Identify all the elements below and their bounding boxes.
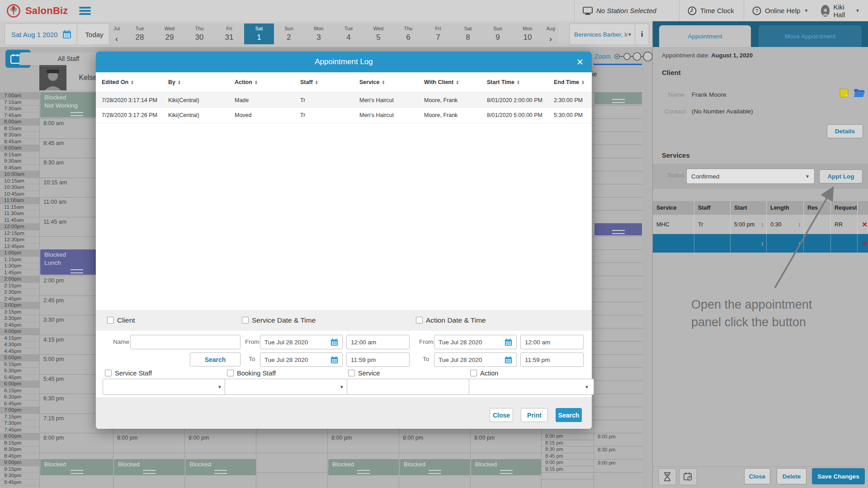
sort-icon[interactable]: ▲▼ bbox=[178, 80, 181, 84]
client-name-input[interactable] bbox=[130, 335, 241, 349]
close-button[interactable]: Close bbox=[744, 468, 770, 484]
time-slot-label[interactable]: 7:15 pm bbox=[43, 415, 64, 422]
time-slot-label[interactable]: 8:30 pm bbox=[545, 446, 563, 452]
sort-header-by[interactable]: By▲▼ bbox=[168, 72, 181, 92]
online-help-menu[interactable]: ? Online Help ▼ bbox=[744, 0, 816, 21]
appt-log-button[interactable]: Appt Log bbox=[819, 169, 863, 183]
delete-service-cell[interactable]: ✕ bbox=[858, 215, 868, 234]
action-to-time-input[interactable]: 11:59 pm bbox=[520, 352, 584, 367]
calendar-icon[interactable] bbox=[330, 338, 338, 346]
blocked-time-block[interactable]: Blocked bbox=[40, 459, 113, 475]
blocked-time-block[interactable] bbox=[594, 223, 642, 235]
day-cell[interactable]: Wed5 bbox=[363, 23, 393, 44]
time-slot-label[interactable]: 8:30 pm bbox=[598, 447, 616, 452]
day-cell[interactable]: Thu30 bbox=[184, 23, 214, 44]
sort-header-staff[interactable]: Staff▲▼ bbox=[300, 72, 318, 92]
day-cell[interactable]: Fri31 bbox=[214, 23, 244, 44]
note-icon[interactable] bbox=[839, 88, 849, 98]
time-clock-button[interactable]: Time Clock bbox=[679, 0, 742, 21]
modal-close-button[interactable]: Close bbox=[490, 408, 513, 422]
open-folder-icon[interactable] bbox=[854, 88, 865, 98]
stepper-icon[interactable]: ↕ bbox=[761, 221, 764, 228]
status-select[interactable]: Confirmed ▼ bbox=[686, 169, 815, 184]
client-search-button[interactable]: Search bbox=[190, 352, 241, 366]
today-button[interactable]: Today bbox=[77, 24, 112, 45]
action-checkbox[interactable]: Action bbox=[470, 369, 498, 377]
user-menu[interactable]: Kiki Hall ▼ bbox=[813, 0, 868, 21]
blocked-time-block[interactable]: Blocked bbox=[185, 459, 256, 475]
service-to-date-input[interactable]: Tue Jul 28 2020 bbox=[260, 352, 343, 367]
sort-icon[interactable]: ▲▼ bbox=[517, 80, 520, 84]
delete-x-icon[interactable]: ✕ bbox=[862, 239, 868, 248]
save-changes-button[interactable]: Save Changes bbox=[812, 468, 865, 484]
blocked-time-block[interactable]: Blocked bbox=[328, 459, 399, 475]
sort-icon[interactable]: ▲▼ bbox=[315, 80, 318, 84]
booking-staff-dropdown[interactable]: ▼ bbox=[225, 379, 349, 395]
time-slot-label[interactable]: 5:00 pm bbox=[43, 356, 64, 362]
drag-grip-icon[interactable] bbox=[143, 470, 156, 474]
service-staff-checkbox[interactable]: Service Staff bbox=[105, 369, 152, 377]
info-button[interactable]: i bbox=[635, 23, 649, 45]
drag-grip-icon[interactable] bbox=[71, 112, 83, 116]
time-slot-label[interactable]: 11:45 am bbox=[43, 219, 66, 225]
sort-header-edited-on[interactable]: Edited On▲▼ bbox=[102, 72, 134, 92]
service-datetime-checkbox[interactable]: Service Date & Time bbox=[242, 316, 316, 324]
time-slot-label[interactable]: 10:15 am bbox=[43, 179, 67, 186]
day-cell[interactable]: Mon10 bbox=[513, 23, 542, 44]
selected-cell[interactable]: ↕ bbox=[731, 234, 767, 253]
prev-month-nav[interactable]: Jul ‹ bbox=[108, 23, 125, 44]
calendar-icon[interactable] bbox=[505, 356, 512, 364]
service-from-time-input[interactable]: 12:00 am bbox=[346, 335, 410, 349]
time-slot-label[interactable]: 8:45 pm bbox=[545, 453, 563, 459]
day-cell[interactable]: Thu6 bbox=[393, 23, 423, 44]
zoom-control[interactable]: Zoom bbox=[594, 51, 652, 62]
action-from-time-input[interactable]: 12:00 am bbox=[520, 335, 584, 349]
day-cell[interactable]: Tue4 bbox=[334, 23, 363, 44]
close-icon[interactable]: ✕ bbox=[575, 57, 585, 67]
drag-grip-icon[interactable] bbox=[612, 99, 625, 103]
selected-cell[interactable] bbox=[694, 234, 731, 253]
blocked-time-block[interactable] bbox=[594, 92, 642, 104]
drag-grip-icon[interactable] bbox=[71, 269, 83, 273]
selected-date-label[interactable]: Sat Aug 1 2020 bbox=[5, 31, 62, 38]
service-to-time-input[interactable]: 11:59 pm bbox=[346, 352, 410, 367]
selected-cell[interactable] bbox=[653, 234, 694, 253]
drag-grip-icon[interactable] bbox=[357, 470, 370, 474]
modal-search-button[interactable]: Search bbox=[556, 408, 582, 422]
day-cell[interactable]: Sat1 bbox=[244, 23, 274, 44]
time-slot-label[interactable]: 9:00 pm bbox=[598, 460, 616, 465]
drag-grip-icon[interactable] bbox=[429, 470, 441, 474]
time-slot-label[interactable]: 8:00 pm bbox=[43, 435, 64, 441]
time-slot-label[interactable]: 8:00 pm bbox=[189, 435, 209, 441]
calendar-icon[interactable] bbox=[505, 338, 512, 346]
day-cell[interactable]: Wed29 bbox=[155, 23, 184, 44]
action-datetime-checkbox[interactable]: Action Date & Time bbox=[416, 316, 486, 324]
time-slot-label[interactable]: 8:00 pm bbox=[331, 435, 352, 441]
calendar-icon[interactable] bbox=[330, 356, 338, 364]
modal-print-button[interactable]: Print bbox=[521, 408, 548, 422]
time-slot-label[interactable]: 3:30 pm bbox=[43, 317, 64, 323]
selected-cell[interactable]: ✕ bbox=[858, 234, 868, 253]
time-slot-label[interactable]: 8:15 pm bbox=[545, 440, 563, 446]
time-slot-label[interactable]: 9:15 pm bbox=[545, 466, 563, 472]
blocked-time-block[interactable]: Blocked bbox=[471, 459, 541, 475]
time-slot-label[interactable]: 8:00 pm bbox=[403, 435, 423, 441]
calendar-icon[interactable] bbox=[62, 30, 71, 39]
time-slot-label[interactable]: 2:45 pm bbox=[43, 297, 64, 304]
time-slot-label[interactable]: 8:45 am bbox=[43, 140, 64, 146]
action-from-date-input[interactable]: Tue Jul 28 2020 bbox=[434, 335, 517, 349]
service-from-date-input[interactable]: Tue Jul 28 2020 bbox=[260, 335, 343, 349]
service-staff-dropdown[interactable]: ▼ bbox=[103, 379, 227, 395]
sort-icon[interactable]: ▲▼ bbox=[456, 80, 459, 84]
drag-grip-icon[interactable] bbox=[612, 230, 625, 234]
sort-header-start-time[interactable]: Start Time▲▼ bbox=[487, 72, 520, 92]
sort-header-action[interactable]: Action▲▼ bbox=[235, 72, 258, 92]
day-cell[interactable]: Sun2 bbox=[274, 23, 304, 44]
service-input[interactable] bbox=[347, 379, 472, 395]
drag-grip-icon[interactable] bbox=[500, 470, 513, 474]
details-button[interactable]: Details bbox=[827, 124, 863, 138]
time-slot-label[interactable]: 8:00 pm bbox=[117, 435, 137, 441]
hamburger-menu-icon[interactable] bbox=[79, 7, 91, 15]
sort-header-service[interactable]: Service▲▼ bbox=[359, 72, 385, 92]
calendar-clock-button[interactable] bbox=[679, 468, 697, 485]
